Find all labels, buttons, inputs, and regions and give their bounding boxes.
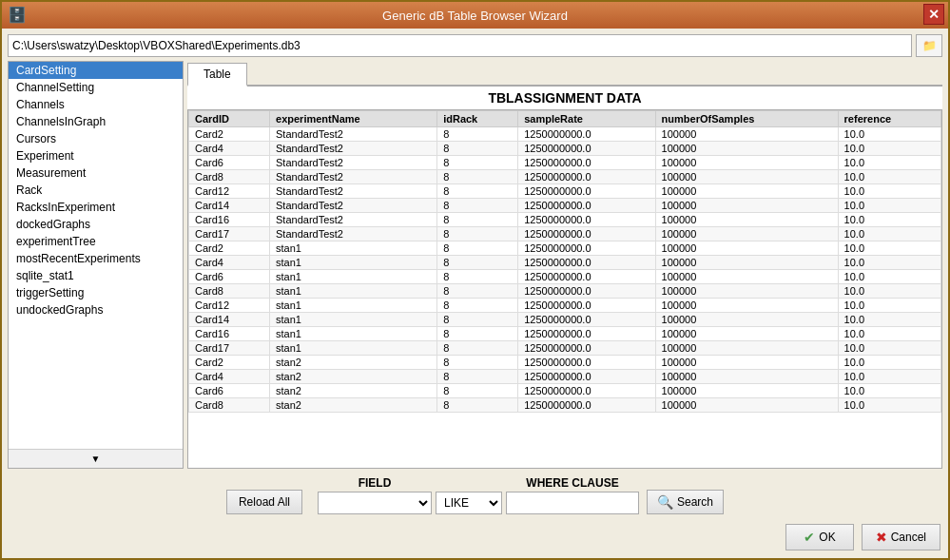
table-cell: 10.0	[838, 327, 940, 341]
table-row[interactable]: Card17stan181250000000.010000010.0	[189, 341, 941, 356]
table-cell: 10.0	[838, 156, 940, 170]
table-cell: stan1	[270, 284, 437, 299]
table-cell: 1250000000.0	[518, 127, 655, 142]
sidebar-item[interactable]: experimentTree	[9, 233, 183, 250]
like-section: LIKE	[436, 474, 502, 514]
table-cell: Card6	[189, 270, 270, 284]
sidebar-item[interactable]: Cursors	[9, 130, 183, 147]
reload-button[interactable]: Reload All	[226, 490, 302, 514]
table-cell: stan2	[270, 370, 437, 384]
table-row[interactable]: Card6stan181250000000.010000010.0	[189, 270, 941, 284]
table-cell: 10.0	[838, 313, 940, 327]
browse-button[interactable]: 📁	[916, 34, 942, 57]
table-cell: 100000	[655, 370, 838, 384]
table-row[interactable]: Card12stan181250000000.010000010.0	[189, 299, 941, 313]
field-select[interactable]	[318, 492, 432, 514]
table-cell: stan1	[270, 241, 437, 256]
table-header: numberOfSamples	[655, 111, 838, 127]
table-cell: 100000	[655, 356, 838, 370]
search-icon: 🔍	[657, 494, 673, 510]
where-label: WHERE CLAUSE	[526, 476, 618, 490]
field-section: FIELD	[318, 476, 432, 514]
table-cell: stan1	[270, 327, 437, 341]
table-cell: 10.0	[838, 384, 940, 398]
table-cell: stan1	[270, 313, 437, 327]
main-window: 🗄️ Generic dB Table Browser Wizard ✕ 📁 C…	[0, 0, 950, 560]
table-cell: 1250000000.0	[518, 199, 655, 213]
where-input[interactable]	[506, 492, 639, 514]
table-row[interactable]: Card8stan281250000000.010000010.0	[189, 398, 941, 413]
table-cell: stan2	[270, 398, 437, 413]
table-row[interactable]: Card4stan281250000000.010000010.0	[189, 370, 941, 384]
table-cell: 10.0	[838, 284, 940, 299]
sidebar-item[interactable]: sqlite_stat1	[9, 267, 183, 284]
cancel-button[interactable]: ✖ Cancel	[862, 524, 940, 550]
tab-table[interactable]: Table	[187, 63, 247, 87]
table-row[interactable]: Card14stan181250000000.010000010.0	[189, 313, 941, 327]
table-cell: 1250000000.0	[518, 213, 655, 227]
table-row[interactable]: Card2stan181250000000.010000010.0	[189, 241, 941, 256]
table-cell: StandardTest2	[270, 127, 437, 142]
table-cell: 100000	[655, 199, 838, 213]
table-cell: StandardTest2	[270, 184, 437, 199]
table-cell: Card16	[189, 213, 270, 227]
sidebar-item[interactable]: Experiment	[9, 147, 183, 164]
search-btn-section: 🔍 Search	[647, 473, 724, 514]
folder-icon: 📁	[922, 39, 937, 52]
table-cell: Card14	[189, 199, 270, 213]
table-cell: 1250000000.0	[518, 313, 655, 327]
table-row[interactable]: Card16stan181250000000.010000010.0	[189, 327, 941, 341]
table-row[interactable]: Card6StandardTest281250000000.010000010.…	[189, 156, 941, 170]
table-cell: 1250000000.0	[518, 170, 655, 184]
table-cell: 10.0	[838, 341, 940, 356]
close-button[interactable]: ✕	[923, 4, 944, 25]
table-container[interactable]: CardIDexperimentNameidRacksampleRatenumb…	[187, 109, 942, 469]
sidebar-item[interactable]: Measurement	[9, 164, 183, 182]
table-row[interactable]: Card17StandardTest281250000000.010000010…	[189, 227, 941, 241]
table-cell: 10.0	[838, 142, 940, 156]
table-cell: 8	[437, 256, 518, 270]
table-cell: 1250000000.0	[518, 227, 655, 241]
sidebar-item[interactable]: CardSetting	[9, 62, 183, 79]
table-row[interactable]: Card16StandardTest281250000000.010000010…	[189, 213, 941, 227]
search-button[interactable]: 🔍 Search	[647, 490, 724, 514]
sidebar-item[interactable]: Channels	[9, 96, 183, 113]
table-cell: 8	[437, 184, 518, 199]
table-cell: 8	[437, 284, 518, 299]
sidebar-list: CardSettingChannelSettingChannelsChannel…	[9, 62, 183, 449]
table-cell: Card14	[189, 313, 270, 327]
table-cell: 8	[437, 341, 518, 356]
sidebar-item[interactable]: mostRecentExperiments	[9, 250, 183, 267]
table-cell: 8	[437, 227, 518, 241]
sidebar-item[interactable]: undockedGraphs	[9, 301, 183, 319]
sidebar-item[interactable]: dockedGraphs	[9, 216, 183, 233]
sidebar-item[interactable]: triggerSetting	[9, 284, 183, 301]
table-cell: 1250000000.0	[518, 299, 655, 313]
table-cell: StandardTest2	[270, 199, 437, 213]
like-select[interactable]: LIKE	[436, 492, 502, 514]
table-row[interactable]: Card6stan281250000000.010000010.0	[189, 384, 941, 398]
sidebar-item[interactable]: ChannelSetting	[9, 79, 183, 96]
table-cell: 1250000000.0	[518, 284, 655, 299]
table-cell: 8	[437, 199, 518, 213]
table-row[interactable]: Card14StandardTest281250000000.010000010…	[189, 199, 941, 213]
table-cell: stan1	[270, 299, 437, 313]
table-row[interactable]: Card4StandardTest281250000000.010000010.…	[189, 142, 941, 156]
sidebar-item[interactable]: ChannelsInGraph	[9, 113, 183, 130]
table-row[interactable]: Card8StandardTest281250000000.010000010.…	[189, 170, 941, 184]
ok-button[interactable]: ✔ OK	[785, 524, 853, 550]
table-cell: Card4	[189, 142, 270, 156]
table-row[interactable]: Card4stan181250000000.010000010.0	[189, 256, 941, 270]
sidebar-item[interactable]: RacksInExperiment	[9, 199, 183, 216]
sidebar-item[interactable]: Rack	[9, 182, 183, 199]
table-row[interactable]: Card2StandardTest281250000000.010000010.…	[189, 127, 941, 142]
sidebar-scroll-down[interactable]: ▼	[9, 449, 183, 468]
table-cell: 10.0	[838, 398, 940, 413]
table-row[interactable]: Card12StandardTest281250000000.010000010…	[189, 184, 941, 199]
table-cell: 1250000000.0	[518, 398, 655, 413]
table-cell: 100000	[655, 227, 838, 241]
table-cell: 1250000000.0	[518, 156, 655, 170]
path-input[interactable]	[8, 34, 912, 57]
table-row[interactable]: Card8stan181250000000.010000010.0	[189, 284, 941, 299]
table-row[interactable]: Card2stan281250000000.010000010.0	[189, 356, 941, 370]
